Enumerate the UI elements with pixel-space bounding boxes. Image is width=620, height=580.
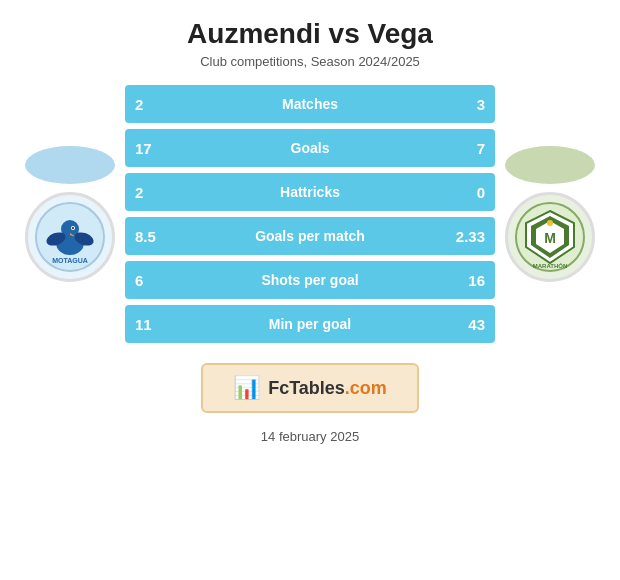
- stat-row: 6Shots per goal16: [125, 261, 495, 299]
- stat-bar: 6Shots per goal16: [125, 261, 495, 299]
- stat-row: 2Matches3: [125, 85, 495, 123]
- stat-left-value: 8.5: [135, 228, 165, 245]
- left-club-logo: MOTAGUA: [15, 146, 125, 282]
- stat-row: 2Hattricks0: [125, 173, 495, 211]
- stat-bar: 11Min per goal43: [125, 305, 495, 343]
- marathon-logo-svg: M MARATHÓN: [514, 201, 586, 273]
- fctables-banner: 📊 FcTables.com: [201, 363, 419, 413]
- stat-bar: 2Hattricks0: [125, 173, 495, 211]
- stat-left-value: 11: [135, 316, 165, 333]
- left-logo-circle: MOTAGUA: [25, 192, 115, 282]
- right-logo-circle: M MARATHÓN: [505, 192, 595, 282]
- stat-label: Min per goal: [165, 316, 455, 332]
- stat-right-value: 7: [455, 140, 485, 157]
- stat-label: Hattricks: [165, 184, 455, 200]
- footer-date: 14 february 2025: [261, 429, 359, 444]
- stats-table: 2Matches317Goals72Hattricks08.5Goals per…: [125, 85, 495, 343]
- svg-text:MOTAGUA: MOTAGUA: [52, 257, 88, 264]
- svg-point-14: [547, 220, 553, 226]
- fctables-text-part: FcTables: [268, 378, 345, 398]
- page-subtitle: Club competitions, Season 2024/2025: [187, 54, 433, 69]
- svg-text:MARATHÓN: MARATHÓN: [533, 262, 568, 269]
- stat-bar: 8.5Goals per match2.33: [125, 217, 495, 255]
- svg-text:M: M: [544, 230, 556, 246]
- left-oval-decoration: [25, 146, 115, 184]
- stat-left-value: 2: [135, 184, 165, 201]
- right-oval-decoration: [505, 146, 595, 184]
- stat-left-value: 17: [135, 140, 165, 157]
- stat-row: 17Goals7: [125, 129, 495, 167]
- stat-left-value: 6: [135, 272, 165, 289]
- page-title: Auzmendi vs Vega: [187, 18, 433, 50]
- fctables-chart-icon: 📊: [233, 375, 260, 401]
- stat-label: Shots per goal: [165, 272, 455, 288]
- header: Auzmendi vs Vega Club competitions, Seas…: [187, 18, 433, 69]
- right-club-logo: M MARATHÓN: [495, 146, 605, 282]
- stat-right-value: 0: [455, 184, 485, 201]
- motagua-logo-svg: MOTAGUA: [34, 201, 106, 273]
- stat-bar: 17Goals7: [125, 129, 495, 167]
- stat-label: Matches: [165, 96, 455, 112]
- stat-right-value: 43: [455, 316, 485, 333]
- stat-left-value: 2: [135, 96, 165, 113]
- comparison-area: MOTAGUA 2Matches317Goals72Hattricks08.5G…: [0, 85, 620, 343]
- stat-label: Goals: [165, 140, 455, 156]
- fctables-com-part: .com: [345, 378, 387, 398]
- stat-right-value: 16: [455, 272, 485, 289]
- fctables-label: FcTables.com: [268, 378, 387, 399]
- stat-right-value: 2.33: [455, 228, 485, 245]
- stat-row: 11Min per goal43: [125, 305, 495, 343]
- stat-label: Goals per match: [165, 228, 455, 244]
- stat-bar: 2Matches3: [125, 85, 495, 123]
- stat-right-value: 3: [455, 96, 485, 113]
- stat-row: 8.5Goals per match2.33: [125, 217, 495, 255]
- svg-point-7: [72, 227, 74, 229]
